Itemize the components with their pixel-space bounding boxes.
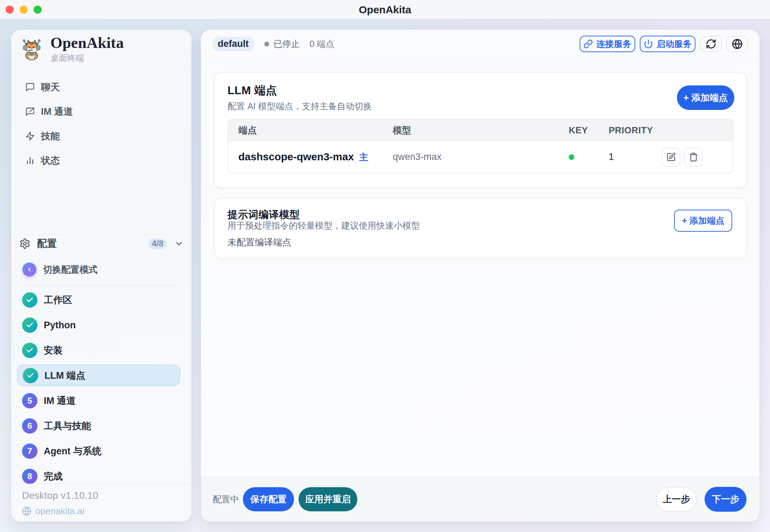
brand-subtitle: 桌面终端 [50, 52, 124, 64]
step-finish[interactable]: 8 完成 [11, 464, 191, 484]
table-row: dashscope-qwen3-max 主 qwen3-max 1 [228, 141, 733, 173]
service-status: 已停止 [274, 38, 300, 50]
sidebar-nav: 聊天 IM 通道 技能 状态 [11, 69, 191, 173]
connect-service-button[interactable]: 连接服务 [580, 36, 635, 52]
delete-endpoint-button[interactable] [684, 148, 703, 167]
link-icon [583, 39, 593, 49]
header-actions: 连接服务 启动服务 [580, 36, 748, 52]
close-window-button[interactable] [6, 6, 14, 14]
sidebar: OpenAkita 桌面终端 聊天 IM 通道 技能 状态 配置 4/8 [11, 30, 191, 522]
config-status-text: 配置中 [213, 493, 239, 505]
chevron-down-icon[interactable] [174, 239, 184, 248]
config-steps-list: 工作区 Python 安装 LLM 端点 5 IM 通道 6 工具与技能 7 A… [11, 286, 191, 484]
nav-item-chat[interactable]: 聊天 [11, 75, 191, 99]
save-config-button[interactable]: 保存配置 [243, 487, 294, 511]
col-endpoint: 端点 [238, 124, 393, 136]
row-actions [662, 148, 733, 167]
main-panel: default 已停止 0 端点 连接服务 启动服务 LLM 端点 配置 AI … [201, 30, 760, 522]
config-header[interactable]: 配置 4/8 [19, 236, 184, 251]
model-cell: qwen3-max [393, 152, 569, 162]
endpoints-table: 端点 模型 KEY PRIORITY dashscope-qwen3-max 主… [227, 119, 734, 174]
brand-header: OpenAkita 桌面终端 [11, 30, 191, 69]
step-python[interactable]: Python [11, 313, 191, 338]
message-share-icon [25, 107, 35, 117]
step-number-badge: 8 [22, 469, 37, 484]
step-workspace[interactable]: 工作区 [11, 287, 191, 313]
nav-item-im-channels[interactable]: IM 通道 [11, 99, 191, 124]
endpoint-cell: dashscope-qwen3-max 主 [238, 151, 393, 163]
step-label: 安装 [44, 344, 63, 357]
switch-config-mode-button[interactable]: 切换配置模式 [18, 262, 184, 286]
step-im-channels[interactable]: 5 IM 通道 [11, 388, 191, 413]
add-endpoint-button[interactable]: + 添加端点 [677, 85, 734, 110]
step-number-badge: 5 [22, 393, 37, 408]
website-label: openakita.ai [35, 506, 84, 517]
step-label: 完成 [44, 470, 63, 483]
prev-step-button[interactable]: 上一步 [656, 487, 697, 512]
start-service-button[interactable]: 启动服务 [640, 36, 695, 52]
col-priority: PRIORITY [609, 125, 662, 136]
compile-card-title: 提示词编译模型 [227, 208, 734, 222]
refresh-button[interactable] [700, 36, 722, 52]
key-status-dot-icon [569, 154, 574, 160]
config-progress-badge: 4/8 [148, 238, 167, 249]
step-number-badge: 6 [22, 418, 37, 434]
step-label: LLM 端点 [44, 369, 85, 382]
app-version: Desktop v1.10.10 [22, 490, 191, 501]
zoom-window-button[interactable] [34, 6, 42, 14]
add-compile-endpoint-button[interactable]: + 添加端点 [674, 210, 732, 232]
llm-endpoints-card: LLM 端点 配置 AI 模型端点，支持主备自动切换 + 添加端点 端点 模型 … [214, 72, 747, 188]
primary-tag: 主 [359, 151, 368, 163]
step-tools-skills[interactable]: 6 工具与技能 [11, 413, 191, 439]
sidebar-footer: Desktop v1.10.10 openakita.ai [11, 484, 191, 522]
openakita-shiba-logo-icon [22, 39, 42, 61]
step-label: 工作区 [44, 294, 72, 306]
nav-label: IM 通道 [41, 105, 73, 118]
edit-pen-icon [666, 152, 676, 162]
brand-name: OpenAkita [50, 35, 124, 51]
check-circle-icon [23, 368, 38, 383]
priority-cell: 1 [609, 152, 662, 162]
llm-card-subtitle: 配置 AI 模型端点，支持主备自动切换 [227, 101, 734, 112]
globe-icon [22, 506, 31, 516]
step-agent-system[interactable]: 7 Agent 与系统 [11, 439, 191, 464]
chevron-left-icon [26, 266, 33, 273]
main-header: default 已停止 0 端点 连接服务 启动服务 [201, 30, 760, 58]
profile-badge[interactable]: default [213, 37, 254, 51]
gear-icon [19, 238, 30, 249]
bar-chart-icon [25, 156, 35, 166]
main-content: LLM 端点 配置 AI 模型端点，支持主备自动切换 + 添加端点 端点 模型 … [201, 59, 760, 476]
next-step-button[interactable]: 下一步 [705, 487, 747, 512]
website-link[interactable]: openakita.ai [22, 506, 191, 517]
chevron-left-circle [22, 262, 36, 276]
step-number-badge: 7 [22, 443, 37, 459]
sidebar-spacer [11, 173, 191, 234]
endpoint-count: 0 端点 [310, 38, 335, 50]
edit-endpoint-button[interactable] [662, 148, 680, 167]
globe-icon [732, 38, 743, 49]
main-footer: 配置中 保存配置 应用并重启 上一步 下一步 [201, 476, 760, 522]
col-model: 模型 [393, 124, 569, 136]
minimize-window-button[interactable] [20, 6, 28, 14]
start-service-label: 启动服务 [657, 38, 692, 50]
step-install[interactable]: 安装 [11, 338, 191, 363]
check-circle-icon [22, 317, 37, 333]
nav-item-skills[interactable]: 技能 [11, 124, 191, 148]
check-circle-icon [22, 292, 37, 308]
config-section: 配置 4/8 切换配置模式 [11, 234, 191, 286]
nav-label: 状态 [41, 154, 60, 167]
trash-icon [689, 152, 698, 162]
window-title: OpenAkita [0, 0, 770, 19]
key-cell [569, 154, 609, 160]
endpoint-name: dashscope-qwen3-max [238, 151, 354, 163]
power-icon [644, 39, 653, 49]
language-button[interactable] [726, 36, 748, 52]
lightning-icon [25, 131, 35, 141]
apply-restart-button[interactable]: 应用并重启 [299, 487, 357, 511]
compile-empty-text: 未配置编译端点 [227, 236, 734, 248]
nav-item-status[interactable]: 状态 [11, 148, 191, 173]
config-label: 配置 [37, 237, 57, 250]
nav-label: 技能 [41, 130, 60, 142]
chat-bubble-icon [25, 82, 35, 92]
step-llm-endpoints-active[interactable]: LLM 端点 [17, 365, 180, 386]
